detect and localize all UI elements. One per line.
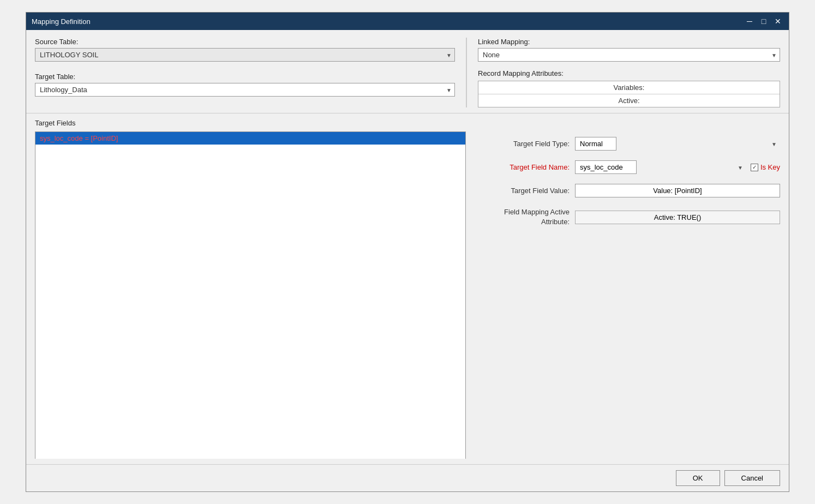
linked-mapping-dropdown[interactable]: None: [478, 48, 780, 62]
record-mapping-variables: Variables:: [484, 83, 774, 92]
maximize-button[interactable]: □: [758, 16, 769, 27]
list-item[interactable]: sys_loc_code = [PointID]: [35, 132, 465, 145]
source-table-dropdown[interactable]: LITHOLOGY SOIL: [35, 48, 455, 62]
target-field-type-arrow-icon: ▼: [771, 141, 777, 147]
target-field-type-row: Target Field Type: Normal ▼: [482, 137, 780, 151]
target-fields-label: Target Fields: [35, 119, 780, 127]
target-field-value-label: Target Field Value:: [482, 187, 570, 195]
footer: OK Cancel: [26, 464, 789, 491]
field-mapping-active-row: Field Mapping Active Attribute: Active: …: [482, 207, 780, 227]
title-bar: Mapping Definition ─ □ ✕: [26, 13, 789, 30]
target-field-type-wrapper: Normal ▼: [575, 137, 780, 151]
cancel-button[interactable]: Cancel: [724, 470, 780, 486]
minimize-button[interactable]: ─: [744, 16, 755, 27]
source-table-label: Source Table:: [35, 38, 455, 46]
target-field-value-row: Target Field Value: Value: [PointID]: [482, 184, 780, 197]
target-field-name-wrapper: sys_loc_code ▼: [575, 160, 746, 174]
field-item-text: sys_loc_code = [PointID]: [40, 134, 118, 142]
target-field-name-control: sys_loc_code ▼ ✓ Is Key: [575, 160, 780, 174]
mapping-definition-window: Mapping Definition ─ □ ✕ Source Table: L…: [26, 12, 789, 492]
target-field-name-dropdown[interactable]: sys_loc_code: [575, 160, 637, 174]
target-field-type-label: Target Field Type:: [482, 140, 570, 148]
left-top-panel: Source Table: LITHOLOGY SOIL ▼ Target Ta…: [35, 38, 466, 107]
target-table-wrapper: Lithology_Data ▼: [35, 83, 455, 97]
is-key-checkbox-label[interactable]: ✓ Is Key: [751, 163, 780, 171]
target-field-name-row: Target Field Name: sys_loc_code ▼ ✓ Is K…: [482, 160, 780, 174]
target-table-dropdown[interactable]: Lithology_Data: [35, 83, 455, 97]
target-field-name-arrow-icon: ▼: [738, 164, 743, 170]
fields-list[interactable]: sys_loc_code = [PointID]: [35, 131, 466, 459]
field-mapping-active-label: Field Mapping Active Attribute:: [482, 207, 570, 227]
source-table-wrapper: LITHOLOGY SOIL ▼: [35, 48, 455, 62]
target-field-value-control: Value: [PointID]: [575, 184, 780, 197]
target-field-name-label: Target Field Name:: [482, 163, 570, 171]
target-table-label: Target Table:: [35, 73, 455, 81]
window-content: Source Table: LITHOLOGY SOIL ▼ Target Ta…: [26, 30, 789, 491]
top-section: Source Table: LITHOLOGY SOIL ▼ Target Ta…: [26, 30, 789, 113]
record-mapping-box: Variables: Active:: [478, 81, 780, 107]
linked-mapping-label: Linked Mapping:: [478, 38, 780, 46]
record-mapping-active: Active:: [484, 97, 774, 105]
field-mapping-active-control: Active: TRUE(): [575, 211, 780, 224]
right-top-panel: Linked Mapping: None ▼ Record Mapping At…: [466, 38, 780, 107]
close-button[interactable]: ✕: [772, 16, 783, 27]
window-controls: ─ □ ✕: [744, 16, 783, 27]
target-fields-body: sys_loc_code = [PointID] Add Field Mappi…: [35, 131, 780, 459]
record-mapping-variables-row: Variables:: [478, 81, 780, 94]
ok-button[interactable]: OK: [676, 470, 720, 486]
is-key-checkbox[interactable]: ✓: [751, 164, 758, 171]
target-field-type-control: Normal ▼: [575, 137, 780, 151]
record-mapping-active-row: Active:: [478, 94, 780, 107]
linked-mapping-wrapper: None ▼: [478, 48, 780, 62]
target-field-type-dropdown[interactable]: Normal: [575, 137, 616, 151]
fields-right-panel: Target Field Type: Normal ▼ Ta: [466, 131, 780, 459]
field-mapping-active-button[interactable]: Active: TRUE(): [575, 211, 780, 224]
target-fields-section: Target Fields sys_loc_code = [PointID] A…: [26, 113, 789, 464]
target-field-value-button[interactable]: Value: [PointID]: [575, 184, 780, 197]
is-key-label-text: Is Key: [760, 163, 780, 171]
window-title: Mapping Definition: [32, 17, 91, 26]
record-mapping-label: Record Mapping Attributes:: [478, 69, 780, 77]
